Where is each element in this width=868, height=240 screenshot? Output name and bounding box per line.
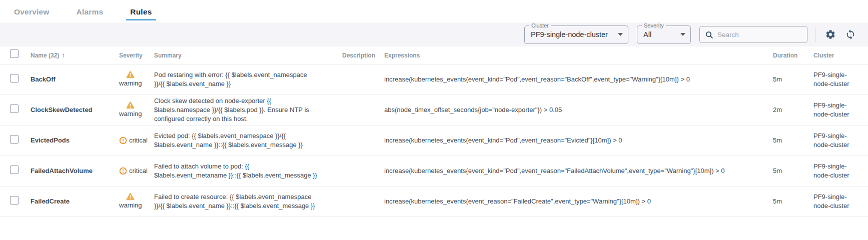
warning-icon [126,70,135,78]
severity-label: warning [119,110,142,118]
rule-duration: 2m [773,106,813,114]
tab-alarms[interactable]: Alarms [74,2,107,20]
rule-cluster: PF9-single-node-cluster [813,101,862,119]
chevron-down-icon [680,33,685,36]
rule-cluster: PF9-single-node-cluster [813,162,862,180]
table-row: FailedAttachVolume critical Failed to at… [0,156,868,186]
severity-filter-label: Severity [642,22,666,28]
rule-cluster: PF9-single-node-cluster [813,70,862,88]
severity-label: critical [129,166,148,176]
settings-button[interactable] [824,28,837,41]
refresh-button[interactable] [844,28,857,41]
rule-summary: Failed to attach volume to pod: {{ $labe… [154,162,342,180]
cluster-filter-value: PF9-single-node-cluster [531,30,608,38]
severity-cell: warning [119,101,142,118]
severity-cell: warning [119,70,142,88]
tab-bar: Overview Alarms Rules [0,0,868,22]
severity-cell: critical [119,136,148,145]
filter-toolbar: Cluster PF9-single-node-cluster Severity… [0,22,868,46]
table-row: ClockSkewDetected warning Clock skew det… [0,95,868,126]
rule-name: EvictedPods [31,136,119,145]
rule-expression: increase(kubernetes_events{event_kind="P… [384,75,773,84]
severity-filter-select[interactable]: Severity All [637,26,691,44]
rule-name: BackOff [31,75,119,84]
rule-cluster: PF9-single-node-cluster [813,132,862,150]
rule-summary: Clock skew detected on node-exporter {{ … [154,96,342,124]
search-icon [705,30,713,39]
rule-name: FailedCreate [31,197,119,206]
severity-cell: critical [119,166,148,176]
tab-rules[interactable]: Rules [127,2,155,20]
warning-icon [126,192,135,200]
row-checkbox[interactable] [10,196,19,204]
row-checkbox[interactable] [10,104,19,113]
severity-filter-value: All [643,30,651,38]
rule-duration: 5m [773,136,813,145]
rule-summary: Pod restaring with error: {{ $labels.eve… [154,70,342,88]
critical-icon [119,136,127,144]
table-row: EvictedPods critical Evicted pod: {{ $la… [0,126,868,156]
table-row: FailedCreate warning Failed to create re… [0,186,868,217]
rule-expression: increase(kubernetes_events{event_kind="P… [384,166,773,176]
row-checkbox[interactable] [10,74,19,82]
search-box [699,26,807,43]
column-header-summary[interactable]: Summary [154,52,342,59]
table-row: BackOff warning Pod restaring with error… [0,64,868,95]
table-body: BackOff warning Pod restaring with error… [0,64,868,217]
search-input[interactable] [717,31,802,38]
rules-page: Overview Alarms Rules Cluster PF9-single… [0,0,868,240]
severity-label: warning [119,201,142,210]
rule-expression: increase(kubernetes_events{event_reason=… [384,197,773,206]
column-header-description[interactable]: Description [342,52,384,59]
column-header-cluster[interactable]: Cluster [813,52,862,59]
rule-duration: 5m [773,75,813,84]
table-header: Name (32)↑ Severity Summary Description … [0,46,868,64]
rule-duration: 5m [773,166,813,176]
chevron-down-icon [618,33,623,36]
row-checkbox[interactable] [10,166,19,174]
column-header-name[interactable]: Name (32)↑ [31,52,119,59]
severity-cell: warning [119,192,142,210]
rule-expression: abs(node_timex_offset_seconds{job="node-… [384,106,773,114]
warning-icon [126,101,135,109]
rule-duration: 5m [773,197,813,206]
column-header-duration[interactable]: Duration [773,52,813,59]
rule-cluster: PF9-single-node-cluster [813,192,862,210]
gear-icon [825,29,836,40]
tab-overview[interactable]: Overview [11,2,53,20]
rule-name: FailedAttachVolume [31,166,119,176]
critical-icon [119,167,127,175]
select-all-checkbox[interactable] [10,50,19,58]
severity-label: warning [119,79,142,88]
sort-ascending-icon: ↑ [62,52,65,59]
refresh-icon [845,29,856,40]
column-header-expressions[interactable]: Expressions [384,52,773,59]
toolbar-divider [815,27,816,42]
row-checkbox[interactable] [10,135,19,144]
rule-summary: Failed to create resource: {{ $labels.ev… [154,192,342,210]
rule-name: ClockSkewDetected [31,106,119,114]
severity-label: critical [129,136,148,145]
cluster-filter-select[interactable]: Cluster PF9-single-node-cluster [524,26,628,44]
column-header-severity[interactable]: Severity [119,52,154,59]
rule-expression: increase(kubernetes_events{event_kind="P… [384,136,773,145]
cluster-filter-label: Cluster [529,22,551,28]
rule-summary: Evicted pod: {{ $labels.event_namespace … [154,132,342,150]
